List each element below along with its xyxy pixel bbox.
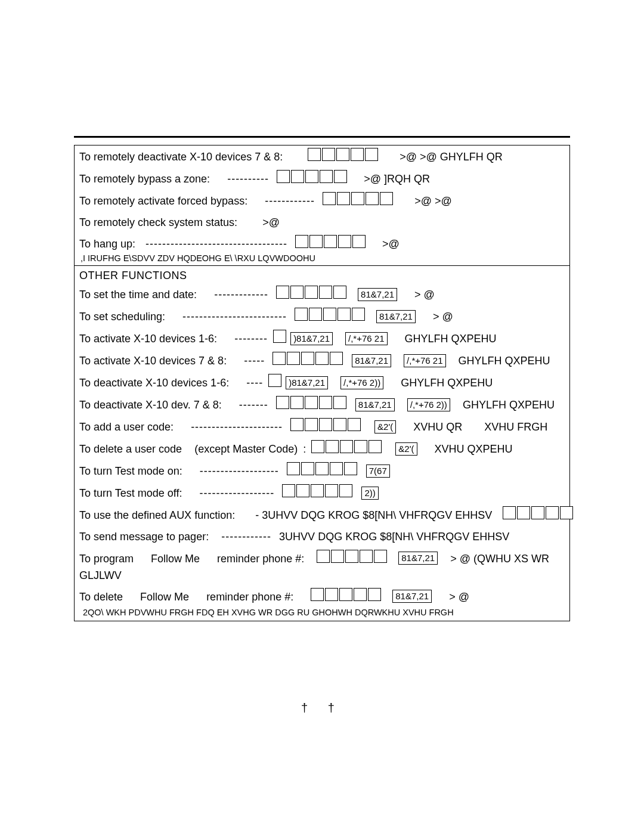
key-function: 81&7,21 — [392, 590, 432, 603]
mid-text: 3UHVV DQG KROG $8[NH\ VHFRQGV EHHSV — [279, 531, 509, 543]
key-function: 81&7,21 — [355, 398, 395, 411]
row-aux: To use the defined AUX function: - 3UHVV… — [75, 504, 569, 526]
mid-text: - 3UHVV DQG KROG $8[NH\ VHFRQGV EHHSV — [255, 509, 492, 521]
code-boxes — [273, 352, 344, 369]
label: To remotely check system status: — [79, 216, 237, 228]
code-boxes — [295, 235, 367, 252]
row-delete-user: To delete a user code (except Master Cod… — [75, 438, 569, 460]
c: reminder phone #: — [206, 590, 293, 602]
code-boxes — [282, 484, 354, 501]
tail-text: >@ ]RQH QR — [364, 173, 430, 185]
dashes: -------- — [234, 333, 268, 345]
row-hang-up: To hang up: ----------------------------… — [75, 233, 569, 252]
tail-text: GHYLFH QXPEHU — [405, 333, 497, 345]
row-program-followme-2: GLJLWV — [75, 567, 569, 586]
dashes: ------------------ — [199, 487, 274, 499]
dashes: ------------ — [221, 531, 271, 543]
label: To remotely bypass a zone: — [79, 173, 210, 185]
row-bypass-zone: To remotely bypass a zone: ---------- >@… — [75, 168, 569, 190]
row-deactivate-x10-78: To remotely deactivate X-10 devices 7 & … — [75, 145, 569, 168]
label: To add a user code: — [79, 421, 174, 433]
dashes: ---------- — [227, 173, 269, 185]
code-boxes — [276, 396, 348, 413]
dashes: ------------- — [214, 289, 268, 301]
code-boxes — [290, 418, 362, 435]
tail-text: >@ >@ GHYLFH QR — [400, 151, 503, 163]
top-rule — [74, 136, 570, 138]
a: To delete — [79, 590, 123, 602]
dashes: ---------------------------------- — [145, 238, 287, 250]
key-function: 81&7,21 — [376, 310, 416, 323]
code-boxes — [323, 192, 394, 209]
dashes: ---------------------- — [191, 421, 283, 433]
key-lights-off: /,*+76 2)) — [340, 376, 383, 389]
label: To remotely activate forced bypass: — [79, 195, 247, 207]
row-delete-followme: To delete Follow Me reminder phone #: 81… — [75, 586, 569, 605]
label: To remotely deactivate X-10 devices 7 & … — [79, 151, 283, 163]
label: To delete a user code — [79, 443, 182, 455]
label: To set scheduling: — [79, 311, 165, 323]
key-function: )81&7,21 — [286, 376, 328, 389]
row-activate-x10-78: To activate X-10 devices 7 & 8: ----- 81… — [75, 349, 569, 371]
user-no: XVHU QR — [413, 421, 462, 433]
code-boxes — [276, 286, 348, 303]
tail-text: XVHU QXPEHU — [435, 443, 513, 455]
key-function: 81&7,21 — [358, 288, 397, 301]
key-function: )81&7,21 — [290, 332, 333, 345]
label: To activate X-10 devices 1-6: — [79, 333, 217, 345]
paren: (except Master Code) — [194, 443, 298, 455]
tail-text: > @ — [414, 289, 435, 301]
code-boxes — [295, 308, 366, 325]
label: To deactivate X-10 dev. 7 & 8: — [79, 399, 222, 411]
row-test-on: To turn Test mode on: ------------------… — [75, 460, 569, 482]
row-check-status: To remotely check system status: >@ — [75, 212, 569, 233]
code-boxes — [311, 440, 383, 457]
label: To send message to pager: — [79, 531, 209, 543]
row-forced-bypass: To remotely activate forced bypass: ----… — [75, 190, 569, 212]
colon: : — [303, 443, 306, 455]
code-boxes — [317, 550, 388, 567]
dashes: ------- — [239, 399, 268, 411]
key-function: 81&7,21 — [352, 354, 391, 367]
dashes: ---- — [246, 377, 263, 389]
tail-text: >@ — [382, 238, 400, 250]
row-activate-x10-16: To activate X-10 devices 1-6: -------- )… — [75, 327, 569, 349]
row-add-user: To add a user code: --------------------… — [75, 416, 569, 438]
code-boxes — [277, 170, 348, 187]
label: To set the time and date: — [79, 289, 197, 301]
label: To deactivate X-10 devices 1-6: — [79, 377, 229, 389]
label: To turn Test mode on: — [79, 465, 182, 477]
row-program-followme: To program Follow Me reminder phone #: 8… — [75, 547, 569, 567]
label: To hang up: — [79, 238, 135, 250]
row-pager: To send message to pager: ------------ 3… — [75, 526, 569, 547]
section2-note: 2QO\ WKH PDVWHU FRGH FDQ EH XVHG WR DGG … — [75, 605, 569, 621]
tail-text: > @ (QWHU XS WR — [450, 552, 549, 564]
c: reminder phone #: — [217, 552, 304, 564]
key-test: 7(67 — [366, 465, 390, 478]
label: To use the defined AUX function: — [79, 509, 235, 521]
dashes: ------------------- — [200, 465, 279, 477]
code-boxes — [268, 374, 283, 391]
dashes: ------------------------- — [182, 311, 287, 323]
key-code: &2'( — [395, 442, 417, 456]
label: To turn Test mode off: — [79, 487, 182, 499]
section1-note: ,I IRUFHG E\SDVV ZDV HQDEOHG E\ \RXU LQV… — [75, 252, 569, 265]
tail-text: GHYLFH QXPEHU — [401, 377, 493, 389]
code-boxes — [308, 148, 379, 165]
row-set-time: To set the time and date: ------------- … — [75, 283, 569, 305]
key-function: 81&7,21 — [398, 552, 438, 565]
key-off: 2)) — [361, 487, 378, 500]
manual-page: To remotely deactivate X-10 devices 7 & … — [74, 136, 570, 621]
footer-daggers: † † — [74, 701, 570, 715]
tail-text: GHYLFH QXPEHU — [463, 399, 555, 411]
key-lights-off: /,*+76 2)) — [407, 398, 450, 411]
row-deactivate-x10-16: To deactivate X-10 devices 1-6: ---- )81… — [75, 371, 569, 394]
code-boxes — [273, 330, 287, 347]
code-boxes — [503, 506, 574, 524]
b: Follow Me — [151, 552, 200, 564]
tail-text: > @ — [449, 590, 469, 602]
key-lights-on: /,*+76 21 — [345, 332, 387, 345]
row-set-scheduling: To set scheduling: ---------------------… — [75, 305, 569, 327]
dashes: ----- — [244, 355, 265, 367]
section2-header: OTHER FUNCTIONS — [75, 266, 569, 283]
